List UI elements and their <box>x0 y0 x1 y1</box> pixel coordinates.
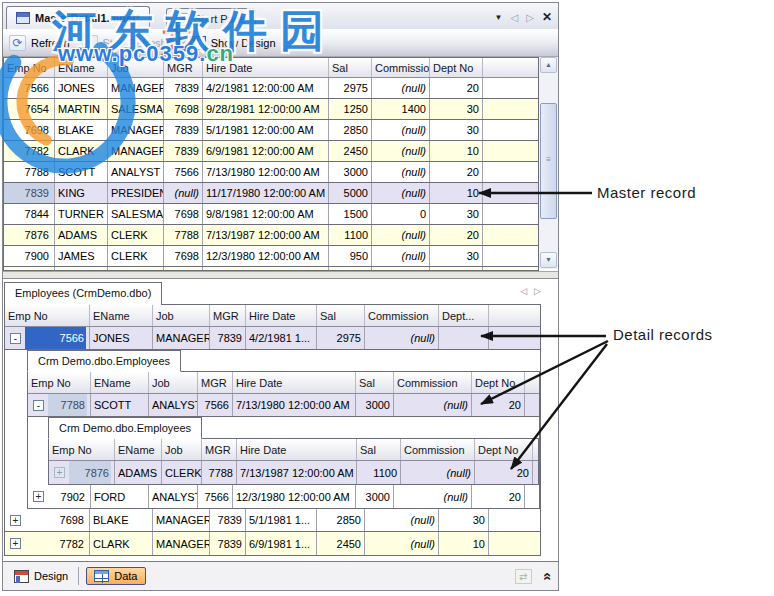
grid-cell[interactable]: 7839 <box>164 78 203 98</box>
grid-cell[interactable]: BLAKE <box>90 509 153 531</box>
grid-cell[interactable]: 12/3/1980 12:00:00 AM <box>233 485 356 508</box>
grid-cell[interactable]: +7876 <box>49 461 115 484</box>
column-header[interactable]: Sal <box>329 58 372 77</box>
grid-cell[interactable] <box>203 267 329 270</box>
grid-cell[interactable]: (null) <box>372 162 430 182</box>
grid-cell[interactable]: CLERK <box>108 225 164 245</box>
grid-cell[interactable]: MANAGER <box>153 327 210 349</box>
grid-cell[interactable]: (null) <box>164 183 203 203</box>
grid-cell[interactable]: 6/9/1981 12:00:00 AM <box>203 141 329 161</box>
column-header[interactable]: MGR <box>210 305 246 326</box>
grid-cell[interactable]: JONES <box>90 327 153 349</box>
collapse-panel-icon[interactable]: » <box>536 572 553 580</box>
grid-cell[interactable]: 20 <box>472 485 525 508</box>
grid-cell[interactable]: 7/13/1980 12:00:00 AM <box>203 162 329 182</box>
refresh-button[interactable]: ⟳ Refresh <box>3 32 76 54</box>
column-header[interactable]: Commission <box>372 58 430 77</box>
grid-cell[interactable]: 3000 <box>329 162 372 182</box>
grid-cell[interactable]: ADAMS <box>115 461 162 484</box>
grid-cell[interactable]: 7698 <box>164 99 203 119</box>
column-header[interactable]: MGR <box>198 372 233 393</box>
grid-cell[interactable]: 7/13/1987 12:00:00 AM <box>203 225 329 245</box>
grid-cell[interactable]: 4/2/1981 1... <box>246 327 317 349</box>
master-grid-scrollbar[interactable]: ▲ ≡ ▼ <box>539 57 558 269</box>
grid-cell[interactable]: (null) <box>372 78 430 98</box>
column-header[interactable]: EName <box>55 58 108 77</box>
grid-cell[interactable]: 7839 <box>210 327 246 349</box>
grid-cell[interactable]: PRESIDENT <box>108 183 164 203</box>
column-header[interactable]: Emp No <box>49 439 115 460</box>
tab-masterdetail-document[interactable]: MasterDetail1.mdet* <box>6 6 150 29</box>
column-header[interactable]: Hire Date <box>203 58 329 77</box>
grid-cell[interactable] <box>55 267 108 270</box>
grid-cell[interactable]: 20 <box>472 394 525 416</box>
grid-cell[interactable]: CLERK <box>162 461 202 484</box>
grid-cell[interactable]: SALESMAN <box>108 204 164 224</box>
grid-cell[interactable]: (null) <box>372 120 430 140</box>
grid-cell[interactable]: 7839 <box>4 183 55 203</box>
design-view-button[interactable]: Design <box>7 568 75 585</box>
column-header[interactable]: EName <box>91 372 149 393</box>
grid-cell[interactable]: 1400 <box>372 99 430 119</box>
grid-cell[interactable]: -7566 <box>5 327 90 349</box>
column-header[interactable]: Commission <box>394 372 472 393</box>
grid-cell[interactable]: 6/9/1981 1... <box>246 532 317 555</box>
grid-cell[interactable]: 2850 <box>317 509 365 531</box>
collapse-row-icon[interactable]: - <box>33 400 44 411</box>
grid-cell[interactable] <box>372 267 430 270</box>
grid-cell[interactable]: (null) <box>365 509 439 531</box>
grid-cell[interactable]: 7839 <box>164 120 203 140</box>
tab-dropdown-icon[interactable]: ▼ <box>495 13 503 22</box>
grid-cell[interactable]: 20 <box>430 162 483 182</box>
scroll-down-icon[interactable]: ▼ <box>540 252 557 268</box>
column-header[interactable]: MGR <box>202 439 237 460</box>
grid-cell[interactable]: -7788 <box>28 394 91 416</box>
scrollbar-thumb[interactable]: ≡ <box>540 103 557 219</box>
grid-cell[interactable]: (null) <box>372 141 430 161</box>
grid-cell[interactable]: 7566 <box>198 394 233 416</box>
grid-cell[interactable]: 10 <box>430 141 483 161</box>
grid-cell[interactable]: +7782 <box>5 532 90 555</box>
expand-row-icon[interactable]: + <box>10 515 21 526</box>
grid-cell[interactable]: CLERK <box>108 246 164 266</box>
grid-cell[interactable]: 2975 <box>317 327 365 349</box>
grid-cell[interactable]: 2850 <box>329 120 372 140</box>
grid-cell[interactable]: 7876 <box>4 225 55 245</box>
expand-row-icon[interactable]: + <box>54 467 65 478</box>
column-header[interactable]: Emp No <box>28 372 91 393</box>
grid-cell[interactable]: 7566 <box>4 78 55 98</box>
grid-cell[interactable]: 7698 <box>164 246 203 266</box>
grid-cell[interactable]: 7788 <box>4 162 55 182</box>
grid-cell[interactable]: MANAGER <box>108 120 164 140</box>
grid-cell[interactable]: 20 <box>475 461 533 484</box>
grid-cell[interactable]: 7782 <box>4 141 55 161</box>
column-header[interactable]: Emp No <box>5 305 90 326</box>
grid-cell[interactable]: MANAGER <box>108 141 164 161</box>
grid-cell[interactable]: 7654 <box>4 99 55 119</box>
column-header[interactable]: Dept No <box>472 372 525 393</box>
grid-cell[interactable]: 30 <box>430 246 483 266</box>
grid-cell[interactable]: (null) <box>372 183 430 203</box>
grid-cell[interactable]: 7698 <box>4 120 55 140</box>
grid-cell[interactable]: 7566 <box>198 485 233 508</box>
grid-cell[interactable]: JAMES <box>55 246 108 266</box>
grid-cell[interactable]: 2450 <box>317 532 365 555</box>
grid-cell[interactable] <box>329 267 372 270</box>
grid-cell[interactable]: 1250 <box>329 99 372 119</box>
child-table-tab[interactable]: Crm Demo.dbo.Employees <box>27 350 181 372</box>
grid-cell[interactable]: 2975 <box>329 78 372 98</box>
column-header[interactable]: Sal <box>357 439 401 460</box>
grid-cell[interactable]: 9/28/1981 12:00:00 AM <box>203 99 329 119</box>
grid-cell[interactable]: 7839 <box>210 532 246 555</box>
column-header[interactable]: EName <box>115 439 162 460</box>
grid-cell[interactable]: (null) <box>372 246 430 266</box>
grid-cell[interactable]: 9/8/1981 12:00:00 AM <box>203 204 329 224</box>
grid-cell[interactable]: +7902 <box>28 485 91 508</box>
grid-cell[interactable]: (null) <box>401 461 475 484</box>
grid-cell[interactable]: 11/17/1980 12:00:00 AM <box>203 183 329 203</box>
grid-cell[interactable]: 0 <box>372 204 430 224</box>
grid-cell[interactable]: 30 <box>430 99 483 119</box>
grid-cell[interactable]: CLARK <box>55 141 108 161</box>
column-header[interactable]: Job <box>153 305 210 326</box>
scroll-up-icon[interactable]: ▲ <box>540 57 557 73</box>
